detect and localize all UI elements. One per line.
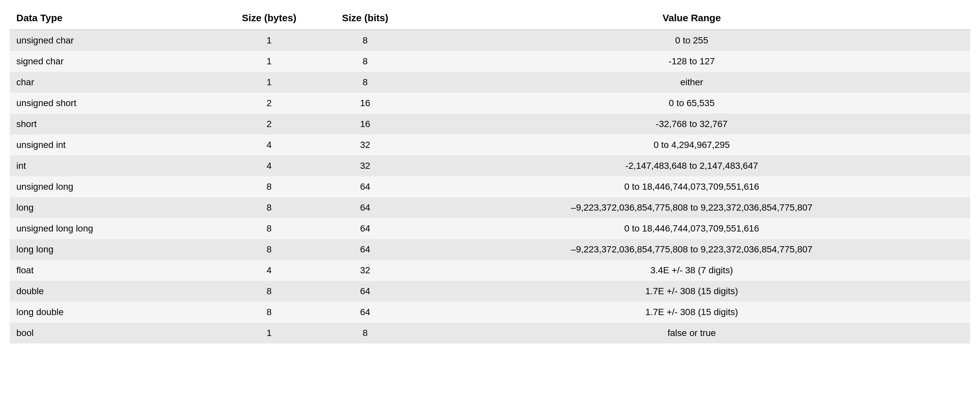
cell-bytes: 4: [221, 135, 317, 156]
cell-bytes: 8: [221, 176, 317, 197]
cell-bytes: 4: [221, 156, 317, 176]
table-row: unsigned long long8640 to 18,446,744,073…: [10, 218, 970, 239]
cell-bytes: 8: [221, 239, 317, 260]
table-row: unsigned long8640 to 18,446,744,073,709,…: [10, 176, 970, 197]
table-row: int432-2,147,483,648 to 2,147,483,647: [10, 156, 970, 176]
cell-datatype: signed char: [10, 51, 221, 72]
cell-bits: 8: [317, 323, 413, 343]
cell-datatype: int: [10, 156, 221, 176]
header-bits: Size (bits): [317, 6, 413, 30]
table-container: Data Type Size (bytes) Size (bits) Value…: [0, 0, 980, 350]
cell-range: 3.4E +/- 38 (7 digits): [413, 260, 970, 281]
cell-range: 1.7E +/- 308 (15 digits): [413, 302, 970, 323]
cell-range: 1.7E +/- 308 (15 digits): [413, 281, 970, 302]
cell-bits: 64: [317, 302, 413, 323]
cell-datatype: float: [10, 260, 221, 281]
table-row: bool18false or true: [10, 323, 970, 343]
cell-range: 0 to 4,294,967,295: [413, 135, 970, 156]
cell-datatype: short: [10, 114, 221, 135]
data-types-table: Data Type Size (bytes) Size (bits) Value…: [10, 6, 970, 343]
cell-bytes: 8: [221, 302, 317, 323]
table-row: unsigned char180 to 255: [10, 30, 970, 51]
table-row: char18either: [10, 72, 970, 93]
cell-bits: 32: [317, 156, 413, 176]
cell-bits: 64: [317, 176, 413, 197]
cell-datatype: unsigned short: [10, 93, 221, 114]
cell-range: 0 to 18,446,744,073,709,551,616: [413, 218, 970, 239]
cell-bytes: 1: [221, 30, 317, 51]
cell-bytes: 8: [221, 281, 317, 302]
cell-datatype: unsigned long: [10, 176, 221, 197]
table-row: float4323.4E +/- 38 (7 digits): [10, 260, 970, 281]
table-header-row: Data Type Size (bytes) Size (bits) Value…: [10, 6, 970, 30]
table-row: double8641.7E +/- 308 (15 digits): [10, 281, 970, 302]
cell-bytes: 1: [221, 51, 317, 72]
cell-bits: 64: [317, 281, 413, 302]
table-row: long864–9,223,372,036,854,775,808 to 9,2…: [10, 197, 970, 218]
table-row: long double8641.7E +/- 308 (15 digits): [10, 302, 970, 323]
cell-bytes: 2: [221, 114, 317, 135]
cell-bits: 64: [317, 218, 413, 239]
cell-bits: 64: [317, 239, 413, 260]
cell-datatype: unsigned long long: [10, 218, 221, 239]
cell-bytes: 4: [221, 260, 317, 281]
cell-range: –9,223,372,036,854,775,808 to 9,223,372,…: [413, 239, 970, 260]
header-bytes: Size (bytes): [221, 6, 317, 30]
cell-bits: 32: [317, 135, 413, 156]
cell-bytes: 1: [221, 323, 317, 343]
cell-bytes: 2: [221, 93, 317, 114]
cell-datatype: unsigned int: [10, 135, 221, 156]
cell-datatype: unsigned char: [10, 30, 221, 51]
cell-range: 0 to 18,446,744,073,709,551,616: [413, 176, 970, 197]
cell-datatype: char: [10, 72, 221, 93]
cell-bits: 8: [317, 51, 413, 72]
cell-bits: 16: [317, 93, 413, 114]
cell-range: –9,223,372,036,854,775,808 to 9,223,372,…: [413, 197, 970, 218]
cell-range: -128 to 127: [413, 51, 970, 72]
cell-bits: 8: [317, 30, 413, 51]
cell-range: either: [413, 72, 970, 93]
cell-bytes: 8: [221, 218, 317, 239]
cell-range: false or true: [413, 323, 970, 343]
cell-bytes: 8: [221, 197, 317, 218]
table-row: signed char18-128 to 127: [10, 51, 970, 72]
cell-bits: 32: [317, 260, 413, 281]
cell-range: 0 to 255: [413, 30, 970, 51]
cell-bytes: 1: [221, 72, 317, 93]
table-row: unsigned short2160 to 65,535: [10, 93, 970, 114]
cell-range: -32,768 to 32,767: [413, 114, 970, 135]
cell-bits: 64: [317, 197, 413, 218]
cell-datatype: double: [10, 281, 221, 302]
cell-range: -2,147,483,648 to 2,147,483,647: [413, 156, 970, 176]
cell-datatype: long long: [10, 239, 221, 260]
cell-bits: 8: [317, 72, 413, 93]
header-range: Value Range: [413, 6, 970, 30]
table-row: short216-32,768 to 32,767: [10, 114, 970, 135]
cell-bits: 16: [317, 114, 413, 135]
table-row: unsigned int4320 to 4,294,967,295: [10, 135, 970, 156]
cell-range: 0 to 65,535: [413, 93, 970, 114]
table-row: long long864–9,223,372,036,854,775,808 t…: [10, 239, 970, 260]
cell-datatype: bool: [10, 323, 221, 343]
cell-datatype: long double: [10, 302, 221, 323]
header-datatype: Data Type: [10, 6, 221, 30]
cell-datatype: long: [10, 197, 221, 218]
